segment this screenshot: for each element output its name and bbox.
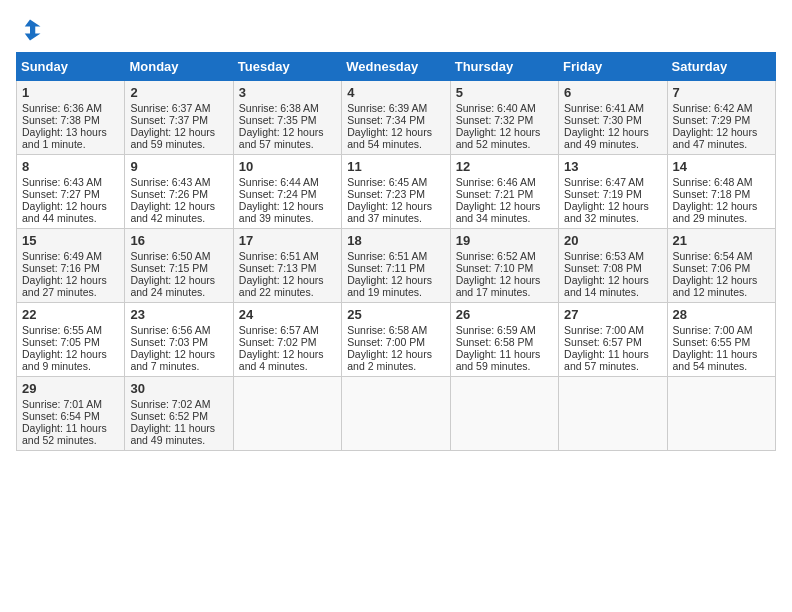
day-number: 16: [130, 233, 227, 248]
day-info: and 2 minutes.: [347, 360, 444, 372]
calendar-cell: 22Sunrise: 6:55 AMSunset: 7:05 PMDayligh…: [17, 303, 125, 377]
day-info: Sunrise: 6:43 AM: [22, 176, 119, 188]
day-info: and 34 minutes.: [456, 212, 553, 224]
day-info: Daylight: 12 hours: [130, 200, 227, 212]
day-info: and 49 minutes.: [564, 138, 661, 150]
day-number: 1: [22, 85, 119, 100]
day-header-tuesday: Tuesday: [233, 53, 341, 81]
day-info: Sunrise: 6:40 AM: [456, 102, 553, 114]
day-header-friday: Friday: [559, 53, 667, 81]
calendar-cell: 3Sunrise: 6:38 AMSunset: 7:35 PMDaylight…: [233, 81, 341, 155]
day-info: Sunrise: 6:57 AM: [239, 324, 336, 336]
calendar-cell: 8Sunrise: 6:43 AMSunset: 7:27 PMDaylight…: [17, 155, 125, 229]
day-info: and 37 minutes.: [347, 212, 444, 224]
day-info: Daylight: 12 hours: [239, 126, 336, 138]
day-number: 25: [347, 307, 444, 322]
day-number: 29: [22, 381, 119, 396]
day-info: Sunset: 7:37 PM: [130, 114, 227, 126]
day-number: 28: [673, 307, 770, 322]
day-info: and 44 minutes.: [22, 212, 119, 224]
day-info: and 59 minutes.: [456, 360, 553, 372]
day-info: Sunset: 7:35 PM: [239, 114, 336, 126]
day-info: Sunrise: 6:56 AM: [130, 324, 227, 336]
day-info: Sunrise: 6:48 AM: [673, 176, 770, 188]
day-info: Daylight: 12 hours: [564, 126, 661, 138]
day-info: Sunset: 7:08 PM: [564, 262, 661, 274]
calendar-cell: 21Sunrise: 6:54 AMSunset: 7:06 PMDayligh…: [667, 229, 775, 303]
day-info: and 49 minutes.: [130, 434, 227, 446]
day-info: Sunrise: 6:41 AM: [564, 102, 661, 114]
day-info: Sunrise: 6:43 AM: [130, 176, 227, 188]
day-info: Sunrise: 6:37 AM: [130, 102, 227, 114]
day-info: Sunset: 7:13 PM: [239, 262, 336, 274]
calendar-cell: 10Sunrise: 6:44 AMSunset: 7:24 PMDayligh…: [233, 155, 341, 229]
day-info: Sunset: 7:19 PM: [564, 188, 661, 200]
calendar-cell: 9Sunrise: 6:43 AMSunset: 7:26 PMDaylight…: [125, 155, 233, 229]
day-info: Sunset: 6:58 PM: [456, 336, 553, 348]
day-info: Sunset: 7:27 PM: [22, 188, 119, 200]
day-info: Daylight: 12 hours: [456, 200, 553, 212]
calendar-cell: 30Sunrise: 7:02 AMSunset: 6:52 PMDayligh…: [125, 377, 233, 451]
day-info: Sunrise: 7:00 AM: [564, 324, 661, 336]
day-info: Sunrise: 6:53 AM: [564, 250, 661, 262]
day-info: and 12 minutes.: [673, 286, 770, 298]
day-number: 27: [564, 307, 661, 322]
day-info: Sunrise: 6:50 AM: [130, 250, 227, 262]
calendar-cell: [559, 377, 667, 451]
svg-marker-0: [25, 20, 41, 41]
day-info: Daylight: 12 hours: [239, 348, 336, 360]
day-number: 23: [130, 307, 227, 322]
calendar-cell: 25Sunrise: 6:58 AMSunset: 7:00 PMDayligh…: [342, 303, 450, 377]
day-info: and 7 minutes.: [130, 360, 227, 372]
day-info: and 19 minutes.: [347, 286, 444, 298]
day-info: Daylight: 12 hours: [347, 200, 444, 212]
day-info: Daylight: 12 hours: [564, 200, 661, 212]
day-info: Sunrise: 6:55 AM: [22, 324, 119, 336]
day-info: and 52 minutes.: [456, 138, 553, 150]
day-info: and 52 minutes.: [22, 434, 119, 446]
day-info: Sunset: 7:02 PM: [239, 336, 336, 348]
day-info: and 59 minutes.: [130, 138, 227, 150]
day-info: Daylight: 12 hours: [673, 200, 770, 212]
day-info: Daylight: 12 hours: [347, 126, 444, 138]
day-number: 14: [673, 159, 770, 174]
day-info: Sunset: 7:06 PM: [673, 262, 770, 274]
day-info: Daylight: 12 hours: [130, 274, 227, 286]
calendar-cell: 1Sunrise: 6:36 AMSunset: 7:38 PMDaylight…: [17, 81, 125, 155]
calendar-cell: 20Sunrise: 6:53 AMSunset: 7:08 PMDayligh…: [559, 229, 667, 303]
day-info: Sunrise: 6:46 AM: [456, 176, 553, 188]
day-info: and 57 minutes.: [564, 360, 661, 372]
calendar-cell: 24Sunrise: 6:57 AMSunset: 7:02 PMDayligh…: [233, 303, 341, 377]
day-number: 30: [130, 381, 227, 396]
page-header: [16, 16, 776, 44]
day-info: and 24 minutes.: [130, 286, 227, 298]
day-info: and 47 minutes.: [673, 138, 770, 150]
calendar-week-row: 1Sunrise: 6:36 AMSunset: 7:38 PMDaylight…: [17, 81, 776, 155]
calendar-cell: [233, 377, 341, 451]
calendar-cell: 17Sunrise: 6:51 AMSunset: 7:13 PMDayligh…: [233, 229, 341, 303]
day-number: 7: [673, 85, 770, 100]
day-info: Daylight: 12 hours: [239, 274, 336, 286]
calendar-cell: 13Sunrise: 6:47 AMSunset: 7:19 PMDayligh…: [559, 155, 667, 229]
day-info: Sunrise: 7:01 AM: [22, 398, 119, 410]
day-number: 2: [130, 85, 227, 100]
day-info: Daylight: 12 hours: [456, 274, 553, 286]
day-number: 24: [239, 307, 336, 322]
day-info: Sunset: 7:23 PM: [347, 188, 444, 200]
day-info: Sunset: 7:30 PM: [564, 114, 661, 126]
day-info: Sunrise: 6:59 AM: [456, 324, 553, 336]
day-info: and 9 minutes.: [22, 360, 119, 372]
day-info: Daylight: 12 hours: [564, 274, 661, 286]
calendar-header-row: SundayMondayTuesdayWednesdayThursdayFrid…: [17, 53, 776, 81]
day-number: 20: [564, 233, 661, 248]
day-info: Sunrise: 6:47 AM: [564, 176, 661, 188]
day-info: Daylight: 11 hours: [22, 422, 119, 434]
day-number: 9: [130, 159, 227, 174]
day-header-thursday: Thursday: [450, 53, 558, 81]
day-info: Sunrise: 6:38 AM: [239, 102, 336, 114]
day-number: 8: [22, 159, 119, 174]
calendar-cell: 19Sunrise: 6:52 AMSunset: 7:10 PMDayligh…: [450, 229, 558, 303]
day-info: Sunrise: 6:39 AM: [347, 102, 444, 114]
day-info: Sunrise: 6:36 AM: [22, 102, 119, 114]
calendar-cell: 29Sunrise: 7:01 AMSunset: 6:54 PMDayligh…: [17, 377, 125, 451]
